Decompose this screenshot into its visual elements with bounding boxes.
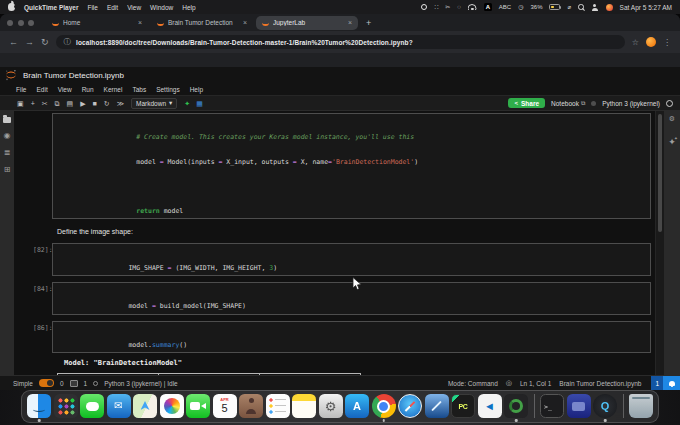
scrollbar-thumb[interactable] xyxy=(658,114,662,232)
zoom-window-button[interactable] xyxy=(28,20,34,26)
jupyterlab-menu-item[interactable]: Help xyxy=(190,86,203,93)
dim-status-icon[interactable]: ◌ xyxy=(457,4,461,10)
dock-calendar-icon[interactable]: APR 5 xyxy=(213,394,237,418)
jupyterlab-menu-item[interactable]: Tabs xyxy=(132,86,146,93)
jupyterlab-menu-item[interactable]: Kernel xyxy=(104,86,123,93)
dock-anaconda-icon[interactable] xyxy=(504,394,528,418)
stop-kernel-icon[interactable]: ■ xyxy=(93,100,97,107)
save-icon[interactable]: ▣ xyxy=(17,100,24,107)
dock-appstore-icon[interactable]: A xyxy=(345,394,369,418)
dock-mail-icon[interactable]: ✉ xyxy=(107,394,131,418)
reload-button[interactable]: ↻ xyxy=(41,38,49,47)
scrollbar[interactable] xyxy=(655,111,664,375)
close-tab-icon[interactable]: × xyxy=(138,19,142,26)
cell-editor[interactable]: # Create model. This creates your Keras … xyxy=(52,113,651,219)
ai-assistant-icon[interactable]: ✦ xyxy=(668,138,676,147)
code-cell[interactable]: [82]: IMG_SHAPE = (IMG_WIDTH, IMG_HEIGHT… xyxy=(14,243,655,276)
restart-run-all-icon[interactable]: ≫ xyxy=(117,100,124,107)
siri-icon[interactable] xyxy=(606,4,613,11)
bookmark-star-icon[interactable]: ☆ xyxy=(632,38,639,47)
browser-menu-icon[interactable]: ⋮ xyxy=(663,38,671,47)
input-abc-label[interactable]: ABC xyxy=(499,4,511,10)
cell-editor[interactable]: IMG_SHAPE = (IMG_WIDTH, IMG_HEIGHT, 3) xyxy=(52,243,651,276)
ai-sparkle-icon[interactable]: ✦ xyxy=(184,100,190,107)
share-button[interactable]: < Share xyxy=(508,98,545,108)
jupyterlab-menu-item[interactable]: Settings xyxy=(156,86,180,93)
jupyterlab-menu-item[interactable]: File xyxy=(16,86,26,93)
menubar-item[interactable]: File xyxy=(87,4,97,11)
wifi-icon[interactable] xyxy=(468,4,477,11)
close-tab-icon[interactable]: × xyxy=(243,19,247,26)
minimize-window-button[interactable] xyxy=(18,20,24,26)
restart-kernel-icon[interactable]: ↻ xyxy=(104,100,110,107)
browser-tab[interactable]: Brain Tumor Detection × xyxy=(151,16,253,29)
code-cell-partial[interactable]: # Create model. This creates your Keras … xyxy=(14,113,655,219)
keyboard-grid-icon[interactable]: ∷ xyxy=(434,4,438,10)
cell-type-dropdown[interactable]: Markdown ▾ xyxy=(131,98,177,109)
copy-cell-icon[interactable]: ⧉ xyxy=(55,100,60,107)
paste-cell-icon[interactable]: ▤ xyxy=(67,100,74,107)
kernel-status-text[interactable]: Python 3 (ipykernel) | Idle xyxy=(104,380,178,387)
extension-manager-icon[interactable]: ⊞ xyxy=(4,166,11,174)
browser-tab[interactable]: Home × xyxy=(46,16,148,29)
jupyterlab-menu-item[interactable]: Edit xyxy=(36,86,47,93)
clock-menu-icon[interactable]: ◷ xyxy=(518,4,523,10)
search-icon[interactable] xyxy=(578,4,584,10)
code-cell[interactable]: [86]: model.summary() xyxy=(14,321,655,354)
file-browser-icon[interactable] xyxy=(3,117,11,123)
menubar-item[interactable]: Window xyxy=(150,4,173,11)
kernel-name[interactable]: Python 3 (ipykernel) xyxy=(602,100,660,107)
input-source-icon[interactable]: A xyxy=(484,3,492,11)
dock-contacts-icon[interactable] xyxy=(239,394,263,418)
dock-launchpad-icon[interactable] xyxy=(54,394,78,418)
cursor-position[interactable]: Ln 1, Col 1 xyxy=(520,380,551,387)
cell-editor[interactable]: model.summary() xyxy=(52,321,651,354)
jupyterlab-menu-item[interactable]: Run xyxy=(82,86,94,93)
dock-messages-icon[interactable] xyxy=(80,394,104,418)
cut-icon[interactable]: ✂ xyxy=(445,4,450,10)
kernel-status-icon[interactable] xyxy=(666,100,673,107)
run-cell-icon[interactable]: ▶ xyxy=(80,100,85,107)
screen-recording-icon[interactable] xyxy=(421,4,427,10)
dock-chrome-icon[interactable] xyxy=(372,394,396,418)
jupyterlab-menu-item[interactable]: View xyxy=(58,86,72,93)
dock-settings-icon[interactable]: ⚙ xyxy=(319,394,343,418)
dock-terminal-icon[interactable]: >_ xyxy=(540,394,564,418)
dock-trash-icon[interactable] xyxy=(629,394,653,418)
battery-icon[interactable] xyxy=(549,4,560,10)
dock-reminders-icon[interactable] xyxy=(266,394,290,418)
code-cell[interactable]: [84]: model = build_model(IMG_SHAPE) xyxy=(14,282,655,315)
menubar-item[interactable]: Edit xyxy=(107,4,118,11)
menubar-clock[interactable]: Sat Apr 5 5:27 AM xyxy=(620,4,672,11)
property-inspector-icon[interactable]: ⚙ xyxy=(669,115,675,122)
markdown-cell[interactable]: Define the image shape: xyxy=(57,228,651,235)
running-sessions-icon[interactable]: ◉ xyxy=(4,132,11,140)
apple-menu-icon[interactable] xyxy=(8,3,15,11)
bluetooth-icon[interactable]: ⌀ xyxy=(567,4,571,10)
battery-percent-label[interactable]: 36% xyxy=(530,4,542,10)
site-info-icon[interactable]: ⓘ xyxy=(64,37,72,47)
menubar-item[interactable]: View xyxy=(127,4,141,11)
bell-icon[interactable] xyxy=(663,376,680,390)
profile-avatar[interactable] xyxy=(646,37,656,47)
simple-mode-toggle[interactable] xyxy=(39,379,54,387)
dock-screensharing-icon[interactable] xyxy=(567,394,591,418)
dock-maps-icon[interactable] xyxy=(133,394,157,418)
grid-extension-icon[interactable]: ▦ xyxy=(196,100,203,107)
table-of-contents-icon[interactable]: ≣ xyxy=(4,149,11,157)
notification-badge[interactable]: 1 xyxy=(651,376,680,390)
dock-preview-icon[interactable] xyxy=(425,394,449,418)
forward-button[interactable]: → xyxy=(25,38,34,47)
dock-photos-icon[interactable] xyxy=(160,394,184,418)
notebook-mode-link[interactable]: Notebook ⧉ xyxy=(551,100,585,107)
insert-cell-icon[interactable]: + xyxy=(31,100,35,107)
dock-separator[interactable] xyxy=(623,394,624,418)
close-tab-icon[interactable]: × xyxy=(348,19,352,26)
dock-facetime-icon[interactable] xyxy=(186,394,210,418)
dock-vscode-icon[interactable]: ◄ xyxy=(478,394,502,418)
address-bar[interactable]: ⓘ localhost:8890/doc/tree/Downloads/Brai… xyxy=(56,35,625,49)
dock-safari-icon[interactable] xyxy=(398,394,422,418)
user-switch-icon[interactable] xyxy=(591,4,599,11)
dock-quicktime-icon[interactable]: Q xyxy=(593,394,617,418)
cut-cell-icon[interactable]: ✂ xyxy=(42,100,48,107)
